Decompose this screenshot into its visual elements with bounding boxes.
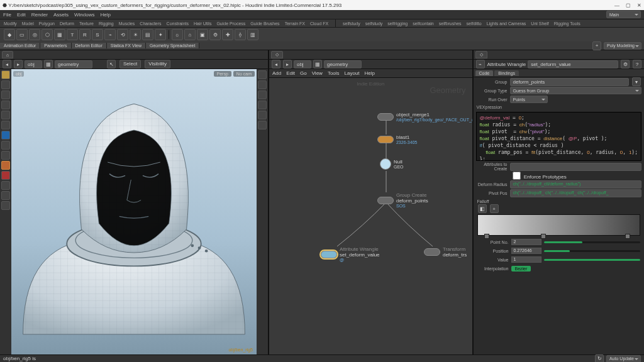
desktop-tab[interactable]: Deform Editor (72, 43, 107, 48)
select-tool-icon[interactable]: ↖ (107, 60, 116, 69)
net-path-field[interactable]: obj (294, 60, 311, 69)
move-tool-icon[interactable] (1, 90, 10, 99)
vex-code-editor[interactable]: @deform_val = 0; float radius = ch("radi… (476, 112, 642, 161)
net-menu-tools[interactable]: Tools (328, 70, 340, 76)
desktop-tab[interactable]: Animation Editor (0, 43, 40, 48)
ramp-key[interactable] (541, 234, 546, 239)
grid-toggle-icon[interactable] (258, 101, 267, 109)
net-menu-help[interactable]: Help (365, 70, 375, 76)
path-obj[interactable]: obj (25, 60, 42, 69)
misc-tool-icon[interactable] (1, 181, 10, 190)
visibility-button[interactable]: Visibility (145, 60, 170, 69)
shelf-tab[interactable]: selfstudy (343, 21, 360, 26)
shelf-tab[interactable]: Characters (140, 21, 161, 26)
menu-windows[interactable]: Windows (74, 12, 94, 18)
cam-toggle-icon[interactable] (258, 111, 267, 119)
pointno-field[interactable]: 2 (511, 239, 541, 245)
node-null-geo[interactable]: NullGEO (380, 158, 404, 170)
viewport-canvas[interactable]: obj Persp No cam obj/ben_rig5 (11, 69, 257, 354)
shelf-tab[interactable]: Hair Utils (194, 21, 211, 26)
record-tool-icon[interactable] (1, 171, 10, 180)
shelf-tab[interactable]: selfcontain (413, 21, 433, 26)
value-field[interactable]: 1 (511, 256, 541, 263)
shelf-tab[interactable]: Constraints (167, 21, 189, 26)
shelf-tool-icon[interactable]: ✦ (155, 29, 166, 40)
position-field[interactable]: 0.272646 (511, 248, 541, 254)
grouptype-dropdown[interactable]: Guess from Group (510, 87, 642, 94)
back-icon[interactable]: ◂ (3, 60, 11, 69)
fwd-icon[interactable]: ▸ (14, 60, 23, 69)
shelf-tool-icon[interactable]: ⚙ (209, 29, 221, 40)
desktop-tab[interactable]: Statica FX View (107, 43, 146, 48)
shelf-tool-icon[interactable]: T (67, 29, 78, 40)
pivot-pos-field[interactable]: ch("../../dropoff_ ch("../../dropoff_ ch… (510, 189, 642, 197)
node-blast[interactable]: blast12326-3405 (377, 134, 417, 145)
shelf-tool-icon[interactable]: ⟠ (235, 29, 246, 40)
net-menu-layout[interactable]: Layout (345, 70, 360, 76)
play-tool-icon[interactable] (1, 131, 10, 140)
net-menu-go[interactable]: Go (300, 70, 307, 76)
toolset-dropdown[interactable]: Poly Modeling (604, 42, 641, 50)
shelf-tool-icon[interactable]: S (92, 29, 103, 40)
shelf-tab[interactable]: Rigging Tools (554, 21, 580, 26)
shelf-tab[interactable]: Uni Shelf (531, 21, 548, 26)
shelf-tab[interactable]: Cloud FX (310, 21, 328, 26)
shelf-tool-icon[interactable]: R (79, 29, 91, 40)
node-transform[interactable]: Transformdeform_trs (424, 246, 467, 258)
lasso-tool-icon[interactable] (1, 80, 10, 89)
shelf-tab[interactable]: Polygon (39, 21, 55, 26)
shelf-tool-icon[interactable]: ⌁ (104, 29, 116, 40)
shade-tool-icon[interactable] (258, 70, 267, 79)
shelf-tab[interactable]: Deform (60, 21, 74, 26)
net-menu-view[interactable]: View (312, 70, 323, 76)
shelf-tab[interactable]: selfbrushes (439, 21, 462, 26)
zoom-tool-icon[interactable] (1, 121, 10, 129)
node-group-create[interactable]: Group Createdeform_pointsSOS (377, 192, 428, 208)
shelf-tab[interactable]: Guide Brushes (250, 21, 279, 26)
misc-tool-icon[interactable] (1, 201, 10, 210)
group-menu-icon[interactable]: ▾ (632, 77, 641, 86)
auto-update-dropdown[interactable]: Auto Update (606, 355, 641, 363)
scene-plus-icon[interactable]: + (592, 41, 601, 50)
tab-bindings[interactable]: Bindings (494, 70, 519, 76)
gear-icon[interactable]: ⚙ (621, 60, 630, 69)
wire-toggle-icon[interactable] (258, 80, 267, 89)
ramp-expand-icon[interactable]: + (490, 204, 499, 213)
shelf-tab[interactable]: Modify (4, 21, 17, 26)
ramp-key[interactable] (625, 234, 630, 239)
shelf-tab[interactable]: Guide Process (216, 21, 245, 26)
shelf-tool-icon[interactable]: ⬡ (42, 29, 53, 40)
shelf-tool-icon[interactable]: ▤ (142, 29, 153, 40)
runover-dropdown[interactable]: Points (510, 96, 548, 103)
parm-tab[interactable]: ◇ (475, 51, 487, 58)
shelf-tool-icon[interactable]: ◆ (4, 29, 15, 40)
shelf-tool-icon[interactable]: ✚ (222, 29, 233, 40)
node-object-merge[interactable]: object_merge1/obj/ben_rig7/body_geo/_FAC… (377, 112, 472, 122)
light-toggle-icon[interactable] (258, 90, 267, 99)
node-name-field[interactable]: set_deform_value (528, 60, 618, 69)
net-menu-add[interactable]: Add (272, 70, 281, 76)
shelf-tab[interactable]: selfrigging (387, 21, 408, 26)
shelf-tool-icon[interactable]: ▭ (16, 29, 28, 40)
position-slider[interactable] (544, 250, 641, 252)
ctx-icon[interactable]: ▦ (44, 60, 53, 69)
value-slider[interactable] (544, 259, 641, 261)
shelf-tab[interactable]: selfstudy (365, 21, 383, 26)
context-field[interactable]: geometry (55, 60, 92, 69)
falloff-ramp[interactable] (477, 214, 641, 236)
network-canvas[interactable]: Indie Edition Geometry object_merge1/obj… (269, 78, 472, 354)
shelf-tab[interactable]: selfditto (467, 21, 482, 26)
shelf-tool-icon[interactable]: ☀ (130, 29, 141, 40)
desktop-tab[interactable]: Parameters (40, 43, 71, 48)
shelf-tab[interactable]: Muscles (119, 21, 135, 26)
group-field[interactable]: deform_points (510, 78, 630, 86)
snap-tool-icon[interactable] (1, 141, 10, 150)
help-icon[interactable]: ? (633, 60, 641, 69)
arrow-tool-icon[interactable] (1, 70, 10, 79)
shelf-tab[interactable]: Terrain FX (285, 21, 305, 26)
node-attribute-wrangle[interactable]: Attribute Wrangleset_deform_value@ (321, 246, 380, 262)
close-button[interactable]: ✕ (637, 3, 641, 8)
shelf-tool-icon[interactable]: ▥ (247, 29, 258, 40)
net-menu-edit[interactable]: Edit (286, 70, 295, 76)
select-mode-button[interactable]: Select (119, 60, 141, 69)
